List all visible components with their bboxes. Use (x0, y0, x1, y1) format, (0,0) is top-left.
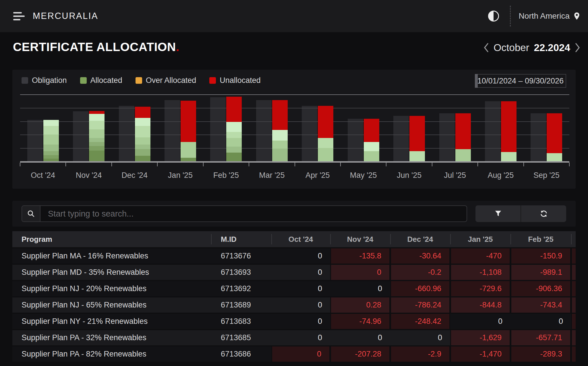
region-selector[interactable]: North America (519, 11, 581, 21)
unallocated-segment (89, 111, 105, 114)
chart-top-border (20, 94, 569, 95)
date-range-label: 10/01/2024 – 09/30/2026 (477, 77, 564, 85)
obligation-bar (210, 97, 226, 161)
chart-month-group-3 (112, 95, 157, 161)
legend-label: Obligation (32, 76, 67, 85)
allocated-segment (43, 126, 59, 135)
unallocated-segment (409, 116, 425, 151)
mid-cell: 6713683 (211, 314, 271, 329)
table-row[interactable]: Supplier Plan NJ - 65% Renewables6713689… (12, 297, 576, 313)
allocation-stacked-bar (43, 120, 59, 161)
legend-swatch-icon (22, 77, 28, 84)
search-panel (12, 201, 576, 227)
column-header-oct-24[interactable]: Oct '24 (271, 231, 330, 247)
obligation-bar (485, 101, 500, 161)
allocated-segment (226, 138, 242, 147)
table-row[interactable]: Supplier Plan PA - 82% Renewables6713686… (12, 346, 576, 362)
allocation-stacked-bar (272, 100, 288, 161)
legend-item-allocated[interactable]: Allocated (80, 76, 122, 85)
filter-icon (494, 210, 502, 217)
filter-button[interactable] (475, 205, 521, 222)
value-cell: 0 (271, 346, 330, 362)
x-axis-tick (340, 163, 341, 166)
next-month-button[interactable] (575, 42, 581, 53)
allocated-segment (226, 153, 242, 161)
allocated-segment (43, 151, 59, 155)
x-axis-tick (20, 163, 20, 166)
allocated-segment (43, 145, 59, 151)
region-label: North America (519, 11, 570, 21)
table-row[interactable]: Supplier Plan MA - 16% Renewables6713676… (12, 248, 576, 264)
x-axis-label: Feb '25 (203, 167, 249, 180)
allocated-segment (43, 155, 59, 159)
legend-item-obligation[interactable]: Obligation (22, 76, 67, 85)
date-range-picker[interactable]: 10/01/2024 – 09/30/2026 (475, 74, 566, 88)
cutoff-column-cell (571, 248, 576, 264)
refresh-icon (539, 209, 548, 218)
allocated-segment (89, 121, 105, 129)
page-title: CERTIFICATE ALLOCATION. (13, 40, 179, 54)
legend-swatch-icon (80, 77, 87, 84)
allocated-segment (226, 122, 242, 132)
column-header-feb-25[interactable]: Feb '25 (510, 231, 571, 247)
search-icon-box (22, 206, 40, 221)
value-cell: -844.8 (450, 297, 510, 313)
obligation-bar (348, 119, 363, 161)
allocated-segment (135, 145, 150, 149)
refresh-button[interactable] (521, 205, 566, 222)
value-cell: -743.4 (510, 297, 571, 313)
column-header-nov-24[interactable]: Nov '24 (330, 231, 390, 247)
legend-item-over-allocated[interactable]: Over Allocated (136, 76, 196, 85)
allocated-segment (89, 151, 105, 161)
legend-item-unallocated[interactable]: Unallocated (209, 76, 261, 85)
legend-label: Allocated (90, 76, 122, 85)
allocated-segment (318, 148, 333, 161)
legend-label: Over Allocated (146, 76, 196, 85)
search-box (22, 205, 467, 222)
chart-legend: ObligationAllocatedOver AllocatedUnalloc… (22, 76, 261, 85)
previous-month-button[interactable] (483, 42, 489, 53)
cutoff-column-cell (571, 265, 576, 280)
mid-cell: 6713685 (211, 330, 271, 345)
x-axis-label: Jul '25 (432, 167, 478, 180)
allocated-segment (318, 138, 333, 148)
x-axis-tick (295, 163, 295, 166)
x-axis-label: Jun '25 (386, 167, 432, 180)
x-axis-tick (65, 163, 66, 166)
value-cell: -906.36 (510, 281, 571, 296)
table-row[interactable]: Supplier Plan NJ - 20% Renewables6713692… (12, 281, 576, 296)
cutoff-column-cell (571, 330, 576, 345)
x-axis-label: Dec '24 (112, 167, 157, 180)
chart-month-group-2 (66, 95, 111, 161)
column-header-program[interactable]: Program (12, 231, 211, 247)
value-cell: -470 (450, 248, 510, 264)
value-cell: -2.9 (390, 346, 450, 362)
column-header-dec-24[interactable]: Dec '24 (390, 231, 450, 247)
chart-panel: ObligationAllocatedOver AllocatedUnalloc… (12, 70, 576, 189)
value-cell: 0.28 (330, 297, 390, 313)
allocated-segment (455, 149, 471, 161)
value-cell: -135.8 (330, 248, 390, 264)
table-row[interactable]: Supplier Plan NY - 21% Renewables6713683… (12, 314, 576, 329)
search-input[interactable] (40, 206, 467, 221)
x-axis-tick (203, 163, 204, 166)
allocation-stacked-bar (181, 101, 196, 161)
column-header-m-id[interactable]: M.ID (211, 231, 271, 247)
allocated-segment (89, 138, 105, 142)
hamburger-menu-icon[interactable] (13, 12, 25, 20)
program-cell: Supplier Plan NY - 21% Renewables (12, 314, 211, 329)
column-header-jan-25[interactable]: Jan '25 (450, 231, 510, 247)
chart-month-group-10 (432, 95, 478, 161)
column-header-cutoff (571, 231, 576, 247)
table-header: ProgramM.IDOct '24Nov '24Dec '24Jan '25F… (12, 231, 576, 247)
table-row[interactable]: Supplier Plan PA - 32% Renewables6713685… (12, 330, 576, 345)
value-cell: -289.3 (510, 346, 571, 362)
theme-toggle-icon[interactable] (488, 11, 499, 22)
chart-month-group-1 (20, 95, 66, 161)
title-accent-dot: . (176, 40, 179, 54)
value-cell: 0 (450, 314, 510, 329)
cutoff-column-cell (571, 346, 576, 362)
value-cell: 0 (390, 330, 450, 345)
allocated-segment (135, 156, 150, 161)
table-row[interactable]: Supplier Plan MD - 35% Renewables6713693… (12, 265, 576, 280)
